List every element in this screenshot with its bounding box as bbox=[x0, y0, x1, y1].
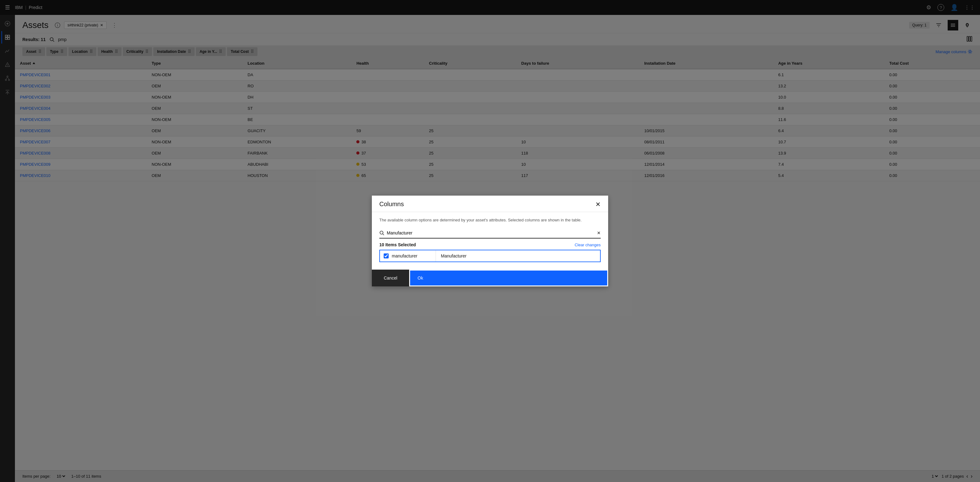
manufacturer-checkbox-row: manufacturer Manufacturer bbox=[379, 250, 601, 262]
manufacturer-checkbox[interactable] bbox=[383, 253, 389, 258]
clear-changes-button[interactable]: Clear changes bbox=[574, 243, 601, 247]
modal-description: The available column options are determi… bbox=[379, 217, 601, 223]
modal-search-clear-icon[interactable]: ✕ bbox=[597, 231, 601, 235]
svg-line-27 bbox=[383, 234, 384, 235]
modal-search-input[interactable] bbox=[387, 231, 595, 235]
manufacturer-display: Manufacturer bbox=[436, 250, 600, 261]
modal-body: The available column options are determi… bbox=[372, 212, 608, 270]
modal-search-icon bbox=[379, 231, 384, 235]
modal-items-header: 10 Items Selected Clear changes bbox=[379, 242, 601, 247]
modal-footer: Cancel Ok bbox=[372, 270, 608, 286]
modal-search-wrap: ✕ bbox=[379, 228, 601, 239]
columns-modal: Columns ✕ The available column options a… bbox=[372, 196, 608, 287]
svg-point-26 bbox=[380, 231, 383, 234]
modal-title: Columns bbox=[379, 200, 404, 208]
modal-header: Columns ✕ bbox=[372, 196, 608, 212]
modal-cancel-button[interactable]: Cancel bbox=[372, 270, 409, 285]
modal-ok-button[interactable]: Ok bbox=[409, 270, 608, 286]
items-selected-label: 10 Items Selected bbox=[379, 242, 416, 247]
manufacturer-checkbox-label: manufacturer bbox=[392, 253, 417, 258]
modal-overlay[interactable]: Columns ✕ The available column options a… bbox=[0, 0, 980, 482]
checkbox-part: manufacturer bbox=[380, 250, 436, 261]
manufacturer-display-text: Manufacturer bbox=[441, 253, 466, 258]
modal-close-button[interactable]: ✕ bbox=[595, 200, 601, 208]
